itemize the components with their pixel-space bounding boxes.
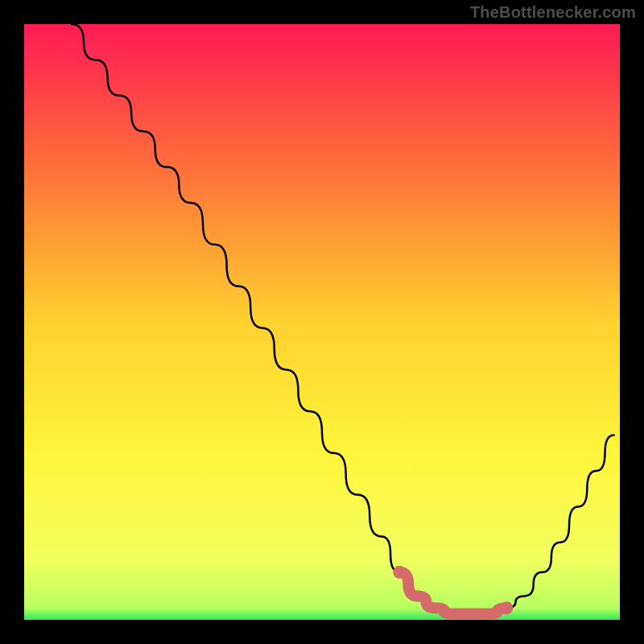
attribution-link[interactable]: TheBottlenecker.com bbox=[470, 3, 636, 22]
chart-svg bbox=[24, 24, 620, 620]
chart-background bbox=[24, 24, 620, 620]
highlight-endpoint-start bbox=[393, 566, 406, 579]
chart-frame: TheBottlenecker.com bbox=[0, 0, 644, 644]
chart-plot bbox=[24, 24, 620, 620]
highlight-endpoint-end bbox=[500, 601, 513, 614]
